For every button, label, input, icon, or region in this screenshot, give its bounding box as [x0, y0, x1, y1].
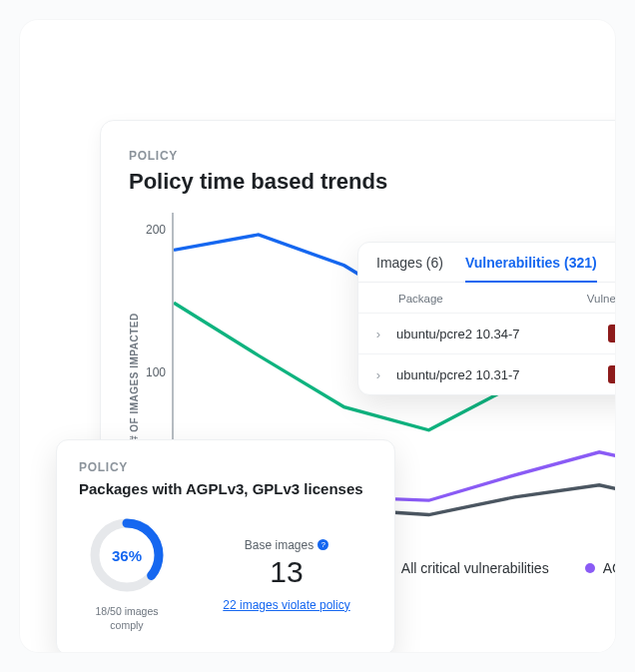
card-title: Packages with AGPLv3, GPLv3 licenses	[79, 480, 372, 497]
tab-vulnerabilities[interactable]: Vulnerabilities (321)	[465, 255, 597, 283]
legend-label: AGPLv3 / GPLv3 licenses	[603, 560, 615, 576]
vulnerabilities-panel: Images (6) Vulnerabilities (321) Package…	[357, 242, 615, 395]
severity-badge: 3 C	[608, 325, 615, 342]
card-title: Policy time based trends	[129, 169, 615, 195]
header-vulnerabilities: Vulnerabilities	[587, 293, 615, 305]
compliance-donut: 36% 18/50 images comply	[79, 515, 175, 632]
tab-images[interactable]: Images (6)	[376, 255, 443, 282]
package-name: ubuntu/pcre2 10.34-7	[396, 327, 598, 341]
table-row[interactable]: › ubuntu/pcre2 10.34-7 3 C	[358, 313, 615, 353]
vuln-table-headers: Package Vulnerabilities	[358, 283, 615, 313]
y-tick: 100	[146, 365, 166, 379]
violate-policy-link[interactable]: 22 images violate policy	[223, 598, 349, 612]
compliance-sub: 18/50 images comply	[79, 605, 175, 632]
base-images-label-text: Base images	[245, 538, 314, 552]
donut-percent: 36%	[87, 515, 167, 595]
chevron-right-icon[interactable]: ›	[370, 367, 386, 382]
legend-label: All critical vulnerabilities	[401, 560, 549, 576]
legend-item: AGPLv3 / GPLv3 licenses	[585, 560, 615, 576]
chevron-right-icon[interactable]: ›	[370, 327, 386, 341]
eyebrow: POLICY	[79, 460, 372, 474]
tabs: Images (6) Vulnerabilities (321) Package…	[358, 243, 615, 283]
header-package: Package	[398, 293, 587, 305]
legend-item: All critical vulnerabilities	[383, 560, 549, 576]
eyebrow: POLICY	[129, 149, 615, 163]
legend-dot-icon	[585, 563, 595, 573]
table-row[interactable]: › ubuntu/pcre2 10.31-7 1 C	[358, 353, 615, 394]
info-icon[interactable]: ?	[318, 539, 328, 550]
severity-badge: 1 C	[608, 365, 615, 383]
y-tick: 200	[146, 223, 166, 237]
package-name: ubuntu/pcre2 10.31-7	[396, 367, 598, 382]
license-policy-card: POLICY Packages with AGPLv3, GPLv3 licen…	[56, 439, 395, 652]
base-images-count: 13	[201, 555, 372, 589]
base-images-label: Base images ?	[245, 538, 328, 552]
